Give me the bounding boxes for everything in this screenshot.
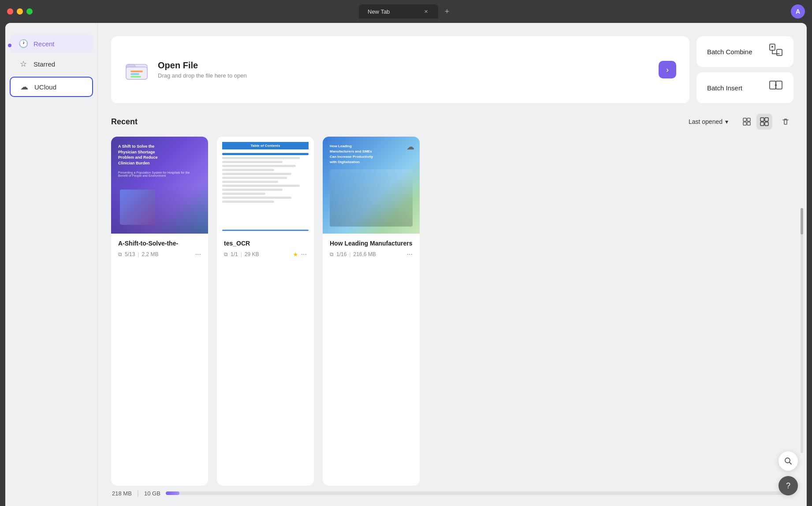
svg-rect-6 (777, 49, 782, 56)
svg-rect-12 (743, 122, 746, 125)
new-tab[interactable]: New Tab ✕ (359, 4, 438, 19)
file-meta-right: ★ ··· (293, 250, 307, 258)
svg-rect-15 (765, 118, 768, 121)
sort-dropdown[interactable]: Last opened ▾ (683, 115, 734, 128)
file-name: How Leading Manufacturers (330, 240, 413, 247)
storage-bar: 218 MB | 10 GB (111, 489, 793, 497)
file-meta: ⧉ 1/1 | 29 KB ★ ··· (224, 250, 307, 258)
open-file-card[interactable]: Open File Drag and drop the file here to… (111, 36, 689, 103)
avatar[interactable]: A (791, 4, 805, 19)
svg-rect-17 (765, 122, 768, 126)
help-icon: ? (786, 481, 790, 491)
titlebar: New Tab ✕ + A (0, 0, 812, 23)
svg-rect-5 (770, 44, 775, 50)
svg-rect-11 (747, 118, 750, 121)
cloud-badge: ☁ (406, 142, 414, 152)
scrollbar-track[interactable] (801, 208, 803, 453)
file-meta-left: ⧉ 1/1 | 29 KB (224, 251, 259, 257)
batch-combine-card[interactable]: Batch Combine (697, 36, 793, 67)
file-meta-left: ⧉ 5/13 | 2,2 MB (118, 251, 159, 257)
maximize-button[interactable] (26, 8, 33, 15)
storage-total: 10 GB (144, 490, 160, 497)
file-card[interactable]: ☁ Table of Contents (217, 137, 314, 486)
svg-rect-3 (130, 73, 139, 75)
file-thumbnail: A Shift to Solve thePhysician ShortagePr… (111, 137, 208, 234)
file-thumbnail: ☁ Table of Contents (217, 137, 314, 234)
open-file-subtitle: Drag and drop the file here to open (158, 72, 650, 79)
search-fab-button[interactable] (778, 451, 798, 471)
open-file-arrow-button[interactable]: › (659, 61, 676, 78)
close-button[interactable] (7, 8, 13, 15)
file-info: A-Shift-to-Solve-the- ⧉ 5/13 | 2,2 MB ··… (111, 234, 208, 264)
storage-used: 218 MB (112, 490, 132, 497)
recent-section-title: Recent (111, 117, 138, 126)
open-file-title: Open File (158, 60, 650, 71)
new-tab-button[interactable]: + (441, 5, 453, 18)
page-count: 1/1 (231, 251, 238, 257)
file-thumbnail: ☁ How LeadingManufacturers and SMEsCan I… (323, 137, 420, 234)
top-actions: Open File Drag and drop the file here to… (111, 36, 793, 103)
sidebar-item-label: Starred (34, 60, 55, 68)
delete-button[interactable] (778, 114, 793, 130)
file-meta: ⧉ 5/13 | 2,2 MB ··· (118, 250, 201, 258)
batch-insert-label: Batch Insert (707, 84, 762, 92)
more-options-button[interactable]: ··· (195, 250, 201, 258)
file-meta-right: ··· (407, 250, 413, 258)
sidebar-item-label: UCloud (34, 83, 56, 91)
tab-close-button[interactable]: ✕ (422, 8, 429, 15)
copy-icon: ⧉ (330, 251, 334, 257)
page-count: 5/13 (125, 251, 135, 257)
active-indicator (8, 44, 11, 47)
minimize-button[interactable] (17, 8, 23, 15)
sidebar-item-label: Recent (34, 40, 55, 48)
sidebar: 🕐 Recent ☆ Starred ☁ UCloud (5, 23, 98, 506)
file-name: tes_OCR (224, 240, 307, 247)
batch-insert-icon (769, 79, 783, 96)
sort-label: Last opened (689, 118, 723, 125)
help-fab-button[interactable]: ? (778, 476, 798, 495)
file-size: 2,2 MB (142, 251, 158, 257)
svg-rect-14 (760, 118, 764, 121)
folder-icon (124, 57, 149, 82)
storage-progress-fill (166, 491, 179, 495)
svg-rect-10 (743, 118, 746, 121)
recent-header: Recent Last opened ▾ (111, 114, 793, 130)
pdf-preview-3: How LeadingManufacturers and SMEsCan Inc… (323, 137, 420, 234)
storage-progress-bar (166, 491, 793, 495)
svg-rect-16 (760, 122, 764, 126)
sidebar-item-recent[interactable]: 🕐 Recent (10, 34, 93, 53)
open-file-text: Open File Drag and drop the file here to… (158, 60, 650, 79)
file-card[interactable]: ☁ How LeadingManufacturers and SMEsCan I… (323, 137, 420, 486)
file-card[interactable]: A Shift to Solve thePhysician ShortagePr… (111, 137, 208, 486)
more-options-button[interactable]: ··· (301, 250, 307, 258)
file-size: 216,6 MB (353, 251, 376, 257)
traffic-lights (7, 8, 33, 15)
svg-rect-13 (747, 122, 750, 125)
tab-label: New Tab (368, 8, 390, 15)
recent-section: Recent Last opened ▾ (111, 114, 793, 497)
file-info: tes_OCR ⧉ 1/1 | 29 KB ★ ··· (217, 234, 314, 264)
star-icon[interactable]: ★ (293, 251, 298, 258)
copy-icon: ⧉ (118, 251, 122, 257)
sidebar-item-starred[interactable]: ☆ Starred (10, 55, 93, 73)
batch-combine-icon (769, 43, 783, 60)
app-window: 🕐 Recent ☆ Starred ☁ UCloud (5, 23, 807, 506)
grid-view-large-button[interactable] (756, 114, 772, 130)
svg-rect-2 (130, 71, 143, 72)
main-content: Open File Drag and drop the file here to… (98, 23, 807, 506)
view-icons (739, 114, 772, 130)
file-size: 29 KB (245, 251, 259, 257)
tab-bar: New Tab ✕ + (359, 4, 453, 19)
batch-cards: Batch Combine Batch Insert (697, 36, 793, 103)
batch-insert-card[interactable]: Batch Insert (697, 72, 793, 103)
grid-view-small-button[interactable] (739, 114, 755, 130)
scrollbar-thumb[interactable] (801, 208, 803, 234)
star-icon: ☆ (19, 59, 28, 69)
more-options-button[interactable]: ··· (407, 250, 413, 258)
file-meta: ⧉ 1/16 | 216,6 MB ··· (330, 250, 413, 258)
file-grid: A Shift to Solve thePhysician ShortagePr… (111, 137, 793, 486)
sidebar-item-ucloud[interactable]: ☁ UCloud (10, 77, 93, 97)
recent-controls: Last opened ▾ (683, 114, 793, 130)
clock-icon: 🕐 (19, 39, 28, 48)
batch-combine-label: Batch Combine (707, 48, 762, 56)
